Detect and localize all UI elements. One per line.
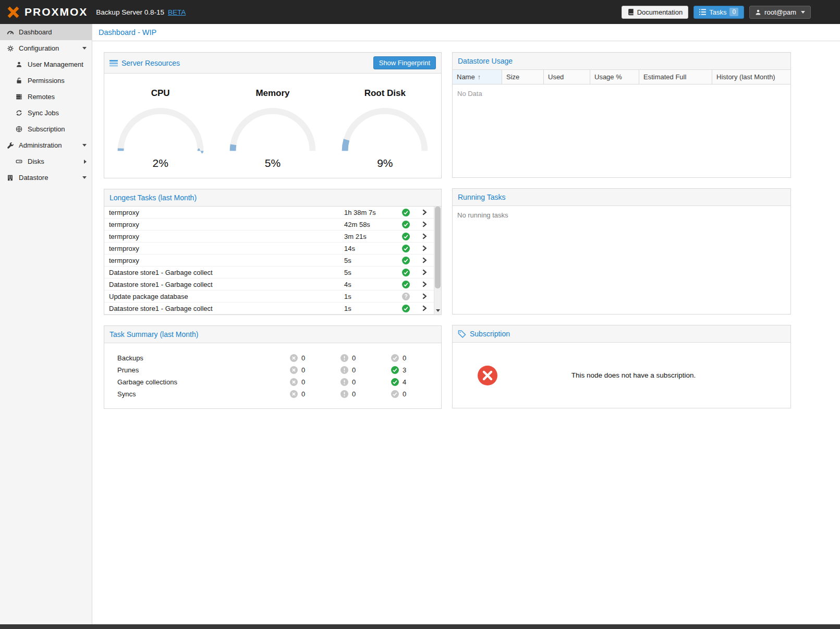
user-icon xyxy=(755,9,761,16)
open-task-button[interactable] xyxy=(415,245,434,252)
open-task-button[interactable] xyxy=(415,257,434,264)
ok-icon xyxy=(391,354,399,362)
gauge-label: Memory xyxy=(255,88,289,99)
ok-count: 0 xyxy=(403,390,406,398)
documentation-button[interactable]: Documentation xyxy=(622,6,688,19)
ok-icon xyxy=(391,390,399,398)
error-icon xyxy=(290,354,298,362)
chevron-down-icon[interactable] xyxy=(82,176,87,179)
sidebar-item-subscription[interactable]: Subscription xyxy=(0,121,92,137)
task-status-icon: ? xyxy=(396,293,415,300)
column-header-estimated-full[interactable]: Estimated Full xyxy=(639,70,712,84)
task-duration: 14s xyxy=(344,245,396,252)
subscription-panel: Subscription This node does not have a s… xyxy=(452,325,791,408)
chevron-right-icon[interactable] xyxy=(84,160,87,164)
task-name: termproxy xyxy=(104,221,344,228)
column-header-used[interactable]: Used xyxy=(544,70,590,84)
main-area: Dashboard - WIP Server Resources Show Fi… xyxy=(92,24,840,624)
ticket-icon xyxy=(458,330,466,338)
panel-title: Subscription xyxy=(470,330,510,338)
sidebar-item-label: Configuration xyxy=(19,44,59,52)
sidebar-item-administration[interactable]: Administration xyxy=(0,137,92,153)
open-task-button[interactable] xyxy=(415,269,434,276)
proxmox-logo: PROXMOX xyxy=(6,5,88,19)
scrollbar[interactable] xyxy=(434,207,441,314)
task-row[interactable]: Datastore store1 - Garbage collect 5s ? xyxy=(104,267,434,279)
column-header-usage[interactable]: Usage % xyxy=(590,70,639,84)
sidebar: Dashboard Configuration User Management … xyxy=(0,24,92,624)
summary-row: Backups 0 0 0 xyxy=(104,352,441,364)
summary-label: Prunes xyxy=(117,366,290,374)
open-task-button[interactable] xyxy=(415,293,434,300)
svg-text:?: ? xyxy=(404,294,407,299)
error-icon xyxy=(290,378,298,386)
user-icon xyxy=(15,61,23,68)
chevron-down-icon[interactable] xyxy=(82,144,87,147)
running-tasks-panel: Running Tasks No running tasks xyxy=(452,188,791,314)
wrench-icon xyxy=(6,142,14,149)
scroll-down-button[interactable] xyxy=(434,307,441,314)
ok-count-cell: 0 xyxy=(391,354,442,362)
server-resources-panel: Server Resources Show Fingerprint CPU 2% xyxy=(104,52,442,178)
open-task-button[interactable] xyxy=(415,209,434,216)
gauge-value: 9% xyxy=(329,157,441,170)
task-name: Datastore store1 - Garbage collect xyxy=(104,305,344,312)
open-task-button[interactable] xyxy=(415,221,434,228)
chevron-down-icon[interactable] xyxy=(82,47,87,50)
datastore-usage-panel: Datastore Usage Name ↑ Size Used xyxy=(452,52,791,178)
table-header: Name ↑ Size Used Usage % E xyxy=(453,70,790,84)
server-icon xyxy=(15,93,23,100)
beta-link[interactable]: BETA xyxy=(168,8,186,16)
show-fingerprint-button[interactable]: Show Fingerprint xyxy=(373,56,436,69)
sidebar-item-sync-jobs[interactable]: Sync Jobs xyxy=(0,105,92,121)
error-icon xyxy=(290,366,298,374)
times-circle-icon xyxy=(478,366,497,385)
sidebar-item-remotes[interactable]: Remotes xyxy=(0,89,92,105)
warning-icon xyxy=(340,354,348,362)
user-menu-button[interactable]: root@pam xyxy=(749,6,811,19)
error-count-cell: 0 xyxy=(290,378,340,386)
task-row[interactable]: Datastore store1 - Garbage collect 4s ? xyxy=(104,279,434,291)
task-row[interactable]: Datastore store1 - Garbage collect 1s ? xyxy=(104,303,434,314)
task-duration: 1s xyxy=(344,293,396,300)
column-header-size[interactable]: Size xyxy=(502,70,544,84)
sidebar-item-datastore[interactable]: Datastore xyxy=(0,170,92,186)
task-row[interactable]: termproxy 42m 58s ? xyxy=(104,219,434,231)
open-task-button[interactable] xyxy=(415,233,434,240)
tasks-button[interactable]: Tasks 0 xyxy=(693,6,744,19)
task-status-icon: ? xyxy=(396,257,415,264)
warning-icon xyxy=(340,378,348,386)
gauge-arc xyxy=(226,105,320,156)
task-duration: 42m 58s xyxy=(344,221,396,228)
task-row[interactable]: Update package database 1s ? xyxy=(104,291,434,303)
sidebar-item-user-management[interactable]: User Management xyxy=(0,56,92,72)
task-status-icon: ? xyxy=(396,269,415,276)
dashboard-icon xyxy=(6,29,14,36)
task-row[interactable]: termproxy 14s ? xyxy=(104,243,434,255)
page-title: Dashboard - WIP xyxy=(92,24,840,41)
task-duration: 1h 38m 7s xyxy=(344,209,396,216)
task-row[interactable]: termproxy 5s ? xyxy=(104,255,434,267)
bottom-border-bar xyxy=(0,624,840,629)
task-row[interactable]: termproxy 1h 38m 7s ? xyxy=(104,207,434,219)
column-header-history[interactable]: History (last Month) xyxy=(712,70,790,84)
warning-icon xyxy=(340,366,348,374)
task-row[interactable]: termproxy 3m 21s ? xyxy=(104,231,434,243)
sidebar-item-permissions[interactable]: Permissions xyxy=(0,72,92,89)
scrollbar-thumb[interactable] xyxy=(435,207,441,288)
ok-count: 3 xyxy=(403,366,406,374)
sidebar-item-label: Dashboard xyxy=(19,28,52,36)
sidebar-item-dashboard[interactable]: Dashboard xyxy=(0,24,92,40)
open-task-button[interactable] xyxy=(415,305,434,312)
sidebar-item-disks[interactable]: Disks xyxy=(0,153,92,170)
gauge-arc xyxy=(114,105,208,156)
summary-row: Prunes 0 0 3 xyxy=(104,364,441,376)
open-task-button[interactable] xyxy=(415,281,434,288)
summary-label: Syncs xyxy=(117,390,290,398)
chevron-down-icon xyxy=(801,11,805,14)
task-duration: 5s xyxy=(344,257,396,264)
column-header-name[interactable]: Name ↑ xyxy=(453,70,502,84)
ok-icon xyxy=(391,378,399,386)
panel-title: Server Resources xyxy=(121,59,180,67)
sidebar-item-configuration[interactable]: Configuration xyxy=(0,40,92,56)
